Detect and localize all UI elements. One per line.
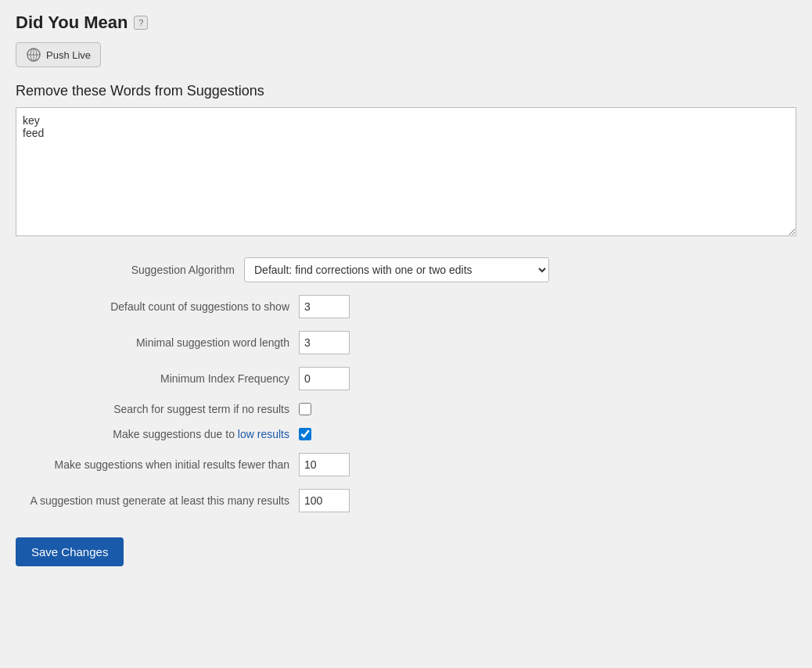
generate-results-row: A suggestion must generate at least this… <box>16 489 796 512</box>
minimal-word-length-input[interactable] <box>299 331 350 354</box>
minimal-word-length-row: Minimal suggestion word length <box>16 331 796 354</box>
generate-results-input[interactable] <box>299 489 350 512</box>
low-results-checkbox[interactable] <box>299 428 311 440</box>
initial-results-label: Make suggestions when initial results fe… <box>16 458 289 471</box>
suggestion-algorithm-row: Suggestion Algorithm Default: find corre… <box>16 257 796 282</box>
low-results-link[interactable]: low results <box>238 428 289 440</box>
generate-results-label: A suggestion must generate at least this… <box>16 494 289 507</box>
min-index-freq-input[interactable] <box>299 367 350 390</box>
save-changes-button[interactable]: Save Changes <box>16 537 124 566</box>
remove-words-title: Remove these Words from Suggestions <box>16 83 796 99</box>
initial-results-row: Make suggestions when initial results fe… <box>16 453 796 476</box>
globe-icon <box>26 47 41 63</box>
min-index-freq-row: Minimum Index Frequency <box>16 367 796 390</box>
low-results-row: Make suggestions due to low results <box>16 428 796 440</box>
default-count-row: Default count of suggestions to show <box>16 295 796 318</box>
no-results-label: Search for suggest term if no results <box>16 403 289 415</box>
minimal-word-length-label: Minimal suggestion word length <box>16 336 289 349</box>
title-row: Did You Mean ? <box>16 13 796 33</box>
low-results-label: Make suggestions due to low results <box>16 428 289 440</box>
min-index-freq-label: Minimum Index Frequency <box>16 372 289 385</box>
suggestion-algorithm-select[interactable]: Default: find corrections with one or tw… <box>244 257 549 282</box>
push-live-label: Push Live <box>46 49 91 61</box>
no-results-checkbox[interactable] <box>299 403 311 415</box>
push-live-button[interactable]: Push Live <box>16 42 101 67</box>
words-textarea[interactable]: key feed <box>16 107 796 236</box>
suggestion-algorithm-label: Suggestion Algorithm <box>16 264 235 276</box>
default-count-label: Default count of suggestions to show <box>16 300 289 313</box>
page-container: Did You Mean ? Push Live Remove these Wo… <box>0 0 812 579</box>
page-title: Did You Mean <box>16 13 128 33</box>
default-count-input[interactable] <box>299 295 350 318</box>
help-icon[interactable]: ? <box>134 16 148 30</box>
form-section: Suggestion Algorithm Default: find corre… <box>16 257 796 566</box>
initial-results-input[interactable] <box>299 453 350 476</box>
no-results-row: Search for suggest term if no results <box>16 403 796 415</box>
